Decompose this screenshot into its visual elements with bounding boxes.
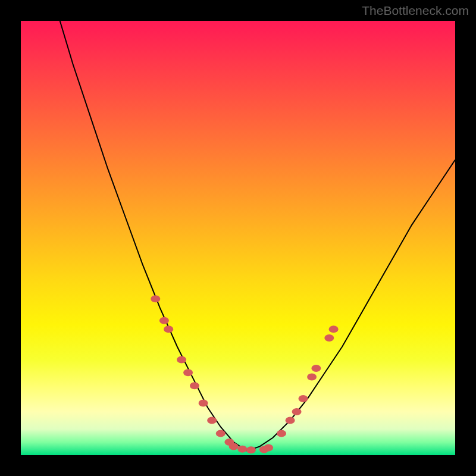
marker-dot <box>307 374 317 381</box>
marker-dot <box>183 369 193 376</box>
marker-dot <box>199 399 208 406</box>
curve-right <box>247 160 455 451</box>
marker-dot <box>177 356 186 363</box>
data-markers <box>151 295 338 453</box>
marker-dot <box>299 395 308 402</box>
marker-dot <box>264 444 273 452</box>
marker-dot <box>277 430 286 437</box>
marker-dot <box>190 382 199 389</box>
marker-dot <box>324 334 334 342</box>
marker-dot <box>237 446 247 453</box>
marker-dot <box>207 417 217 424</box>
marker-dot <box>292 408 302 415</box>
marker-dot <box>159 317 169 324</box>
marker-dot <box>286 417 295 424</box>
marker-dot <box>229 443 239 450</box>
marker-dot <box>329 325 339 333</box>
chart-svg <box>21 21 455 455</box>
watermark-text: TheBottleneck.com <box>362 4 469 18</box>
marker-dot <box>216 430 226 437</box>
marker-dot <box>151 295 160 302</box>
marker-dot <box>246 446 256 453</box>
marker-dot <box>164 325 173 333</box>
curve-left <box>60 21 247 451</box>
chart-plot-area <box>21 21 455 455</box>
marker-dot <box>311 365 321 372</box>
